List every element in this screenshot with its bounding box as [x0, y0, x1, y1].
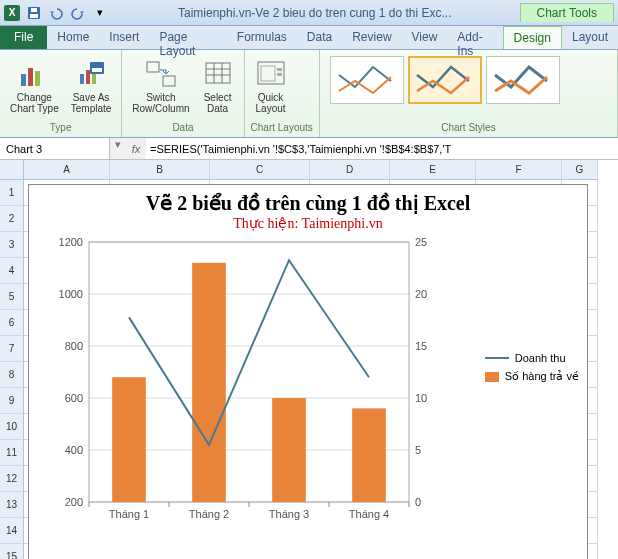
undo-icon[interactable]	[46, 3, 66, 23]
tab-view[interactable]: View	[402, 26, 448, 49]
row-header[interactable]: 9	[0, 388, 24, 414]
svg-rect-5	[35, 71, 40, 86]
legend-box-icon	[485, 372, 499, 382]
window-title: Taimienphi.vn-Ve 2 bieu do tren cung 1 d…	[110, 6, 520, 20]
formula-input[interactable]: =SERIES('Taimienphi.vn '!$C$3,'Taimienph…	[146, 138, 618, 159]
tab-formulas[interactable]: Formulas	[227, 26, 297, 49]
svg-text:600: 600	[65, 392, 83, 404]
chart-style-3[interactable]	[486, 56, 560, 104]
formula-bar: Chart 3 ▾ fx =SERIES('Taimienphi.vn '!$C…	[0, 138, 618, 160]
legend-item-bar[interactable]: Số hàng trả về	[485, 370, 579, 383]
row-header[interactable]: 4	[0, 258, 24, 284]
svg-text:20: 20	[415, 288, 427, 300]
svg-rect-7	[86, 70, 90, 84]
svg-text:5: 5	[415, 444, 421, 456]
group-type: Change Chart Type Save As Template Type	[0, 50, 122, 137]
embedded-chart[interactable]: Vẽ 2 biểu đồ trên cùng 1 đồ thị Excel Th…	[28, 184, 588, 559]
col-header[interactable]: C	[210, 160, 310, 180]
fx-icon[interactable]: fx	[126, 138, 146, 159]
quick-layout-icon	[255, 58, 287, 90]
row-header[interactable]: 12	[0, 466, 24, 492]
tab-review[interactable]: Review	[342, 26, 401, 49]
row-header[interactable]: 6	[0, 310, 24, 336]
row-header[interactable]: 1	[0, 180, 24, 206]
excel-icon: X	[4, 5, 20, 21]
select-all-corner[interactable]	[0, 160, 24, 180]
tab-insert[interactable]: Insert	[99, 26, 149, 49]
name-box[interactable]: Chart 3	[0, 138, 110, 159]
change-chart-type-icon	[18, 58, 50, 90]
row-header[interactable]: 8	[0, 362, 24, 388]
col-header[interactable]: G	[562, 160, 598, 180]
quick-layout-button[interactable]: Quick Layout	[251, 56, 291, 116]
col-header[interactable]: E	[390, 160, 476, 180]
svg-rect-21	[277, 73, 282, 76]
tab-layout[interactable]: Layout	[562, 26, 618, 49]
svg-text:1000: 1000	[59, 288, 83, 300]
svg-rect-44	[352, 408, 386, 502]
svg-rect-43	[272, 398, 306, 502]
row-header[interactable]: 11	[0, 440, 24, 466]
row-header[interactable]: 2	[0, 206, 24, 232]
group-chart-layouts: Quick Layout Chart Layouts	[245, 50, 320, 137]
group-chart-styles-label: Chart Styles	[326, 122, 611, 135]
chart-title[interactable]: Vẽ 2 biểu đồ trên cùng 1 đồ thị Excel	[29, 185, 587, 215]
svg-rect-41	[112, 377, 146, 502]
file-tab[interactable]: File	[0, 26, 47, 49]
ribbon-tabs: File Home Insert Page Layout Formulas Da…	[0, 26, 618, 50]
row-header[interactable]: 5	[0, 284, 24, 310]
save-as-template-icon	[75, 58, 107, 90]
save-as-template-button[interactable]: Save As Template	[67, 56, 116, 116]
row-header[interactable]: 7	[0, 336, 24, 362]
change-chart-type-button[interactable]: Change Chart Type	[6, 56, 63, 116]
tab-addins[interactable]: Add-Ins	[447, 26, 502, 49]
legend-line-label: Doanh thu	[515, 352, 566, 364]
chart-subtitle[interactable]: Thực hiện: Taimienphi.vn	[29, 215, 587, 232]
row-header[interactable]: 15	[0, 544, 24, 559]
col-header[interactable]: A	[24, 160, 110, 180]
row-header[interactable]: 10	[0, 414, 24, 440]
select-data-button[interactable]: Select Data	[198, 56, 238, 116]
chart-tools-label: Chart Tools	[520, 3, 614, 22]
svg-text:15: 15	[415, 340, 427, 352]
chart-plot-area[interactable]: 200400600800100012000510152025Tháng 1Thá…	[29, 232, 589, 552]
tab-home[interactable]: Home	[47, 26, 99, 49]
legend-line-icon	[485, 357, 509, 359]
redo-icon[interactable]	[68, 3, 88, 23]
col-header[interactable]: D	[310, 160, 390, 180]
name-box-dropdown-icon[interactable]: ▾	[110, 138, 126, 159]
change-chart-type-label: Change Chart Type	[10, 92, 59, 114]
col-header[interactable]: F	[476, 160, 562, 180]
group-type-label: Type	[6, 122, 115, 135]
svg-rect-19	[261, 66, 275, 81]
tab-design[interactable]: Design	[503, 26, 562, 49]
svg-text:Tháng 4: Tháng 4	[349, 508, 389, 520]
svg-rect-6	[80, 74, 84, 84]
svg-rect-13	[206, 63, 230, 83]
chart-style-1[interactable]	[330, 56, 404, 104]
save-as-template-label: Save As Template	[71, 92, 112, 114]
row-header[interactable]: 3	[0, 232, 24, 258]
col-header[interactable]: B	[110, 160, 210, 180]
svg-rect-3	[21, 74, 26, 86]
chart-legend[interactable]: Doanh thu Số hàng trả về	[485, 352, 579, 389]
switch-row-column-button[interactable]: Switch Row/Column	[128, 56, 193, 116]
svg-text:10: 10	[415, 392, 427, 404]
save-icon[interactable]	[24, 3, 44, 23]
svg-text:Tháng 1: Tháng 1	[109, 508, 149, 520]
qat-dropdown-icon[interactable]: ▾	[90, 3, 110, 23]
tab-page-layout[interactable]: Page Layout	[149, 26, 226, 49]
group-data-label: Data	[128, 122, 237, 135]
row-header[interactable]: 13	[0, 492, 24, 518]
svg-text:400: 400	[65, 444, 83, 456]
svg-rect-12	[163, 76, 175, 86]
group-data: Switch Row/Column Select Data Data	[122, 50, 244, 137]
legend-bar-label: Số hàng trả về	[505, 370, 579, 383]
svg-rect-42	[192, 263, 226, 502]
legend-item-line[interactable]: Doanh thu	[485, 352, 579, 364]
row-header[interactable]: 14	[0, 518, 24, 544]
chart-style-2[interactable]	[408, 56, 482, 104]
select-data-label: Select Data	[204, 92, 232, 114]
svg-text:Tháng 3: Tháng 3	[269, 508, 309, 520]
tab-data[interactable]: Data	[297, 26, 342, 49]
